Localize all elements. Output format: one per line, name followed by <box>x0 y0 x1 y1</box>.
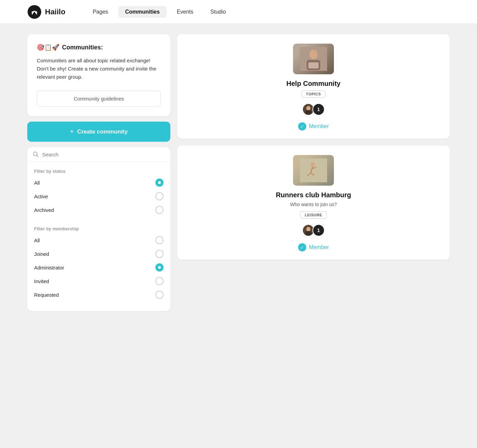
filter-status-all-label: All <box>34 180 40 186</box>
filter-membership-requested[interactable]: Requested <box>34 291 164 299</box>
svg-line-4 <box>37 155 39 157</box>
help-community-photo <box>293 44 334 74</box>
logo-text: Haiilo <box>45 7 65 16</box>
nav-pages[interactable]: Pages <box>86 6 115 18</box>
nav-events[interactable]: Events <box>170 6 200 18</box>
runners-member-status: ✓ Member <box>298 243 329 251</box>
info-card: 🎯📋🚀 Communities: Communities are all abo… <box>27 34 170 116</box>
runners-community-card[interactable]: Runners club Hamburg Who wants to join u… <box>177 145 450 260</box>
filter-membership-requested-radio[interactable] <box>155 291 164 299</box>
create-community-label: Create community <box>77 128 128 135</box>
filter-status-label: Filter by status <box>34 169 164 174</box>
filter-card: Filter by status All Active Archived Fil… <box>27 147 170 311</box>
runners-community-tag: LEISURE <box>300 211 326 219</box>
runners-community-image <box>293 155 334 186</box>
filter-membership-requested-label: Requested <box>34 292 59 298</box>
plus-icon: + <box>70 128 74 136</box>
svg-point-2 <box>35 11 37 13</box>
help-member-avatars: 1 <box>302 103 325 115</box>
left-column: 🎯📋🚀 Communities: Communities are all abo… <box>27 34 170 311</box>
filter-membership-joined-label: Joined <box>34 251 49 257</box>
filter-membership-administrator-radio[interactable] <box>155 263 164 272</box>
svg-point-1 <box>32 11 34 13</box>
svg-rect-12 <box>300 158 327 182</box>
filter-membership-all-radio[interactable] <box>155 236 164 244</box>
main-nav: Pages Communities Events Studio <box>86 6 233 18</box>
help-community-card[interactable]: Help Community TOPICS 1 ✓ Member <box>177 34 450 139</box>
logo[interactable]: Haiilo <box>27 5 65 19</box>
help-member-label: Member <box>309 123 329 129</box>
help-community-name: Help Community <box>280 80 348 88</box>
runners-member-count: 1 <box>312 224 325 236</box>
filter-status-archived-radio[interactable] <box>155 206 164 214</box>
filter-status-archived-label: Archived <box>34 207 54 213</box>
header: Haiilo Pages Communities Events Studio <box>0 0 477 24</box>
filter-membership-label: Filter by membership <box>34 226 164 231</box>
filter-membership-joined-radio[interactable] <box>155 250 164 258</box>
svg-point-6 <box>309 50 318 59</box>
filter-status-archived[interactable]: Archived <box>34 206 164 214</box>
filter-status-active[interactable]: Active <box>34 192 164 200</box>
svg-point-0 <box>28 5 41 19</box>
search-icon <box>33 151 39 157</box>
help-community-image <box>293 44 334 74</box>
filter-membership-all-label: All <box>34 237 40 243</box>
main-content: 🎯📋🚀 Communities: Communities are all abo… <box>0 24 477 321</box>
svg-rect-8 <box>308 62 319 68</box>
svg-point-19 <box>306 227 310 232</box>
filter-membership-invited-radio[interactable] <box>155 277 164 285</box>
right-column: Help Community TOPICS 1 ✓ Member <box>177 34 450 311</box>
filter-status-active-radio[interactable] <box>155 192 164 200</box>
search-box <box>27 147 170 162</box>
nav-communities[interactable]: Communities <box>118 6 166 18</box>
logo-icon <box>27 5 42 19</box>
runners-check-icon: ✓ <box>298 243 306 251</box>
runners-community-photo <box>293 155 334 186</box>
community-guidelines-button[interactable]: Community guidelines <box>37 91 161 107</box>
nav-studio[interactable]: Studio <box>204 6 233 18</box>
filter-membership-administrator[interactable]: Administrator <box>34 263 164 272</box>
header-label: Communities: <box>62 44 103 51</box>
runners-member-avatars: 1 <box>302 224 325 236</box>
filter-membership-administrator-label: Administrator <box>34 265 64 271</box>
filter-membership-joined[interactable]: Joined <box>34 250 164 258</box>
filter-membership-all[interactable]: All <box>34 236 164 244</box>
help-community-tag: TOPICS <box>302 90 325 98</box>
search-input[interactable] <box>42 152 165 157</box>
runners-community-name: Runners club Hamburg <box>269 191 358 199</box>
filter-membership-invited-label: Invited <box>34 278 49 284</box>
filter-status-all-radio[interactable] <box>155 179 164 187</box>
info-card-header: 🎯📋🚀 Communities: <box>37 44 161 51</box>
svg-point-13 <box>311 163 315 167</box>
filter-status-active-label: Active <box>34 194 48 199</box>
help-member-status: ✓ Member <box>298 122 329 130</box>
help-check-icon: ✓ <box>298 122 306 130</box>
runners-community-subtitle: Who wants to join us? <box>290 202 337 207</box>
info-card-body: Communities are all about topic related … <box>37 57 161 81</box>
create-community-button[interactable]: + Create community <box>27 122 170 142</box>
help-member-count: 1 <box>312 103 325 115</box>
filter-status-all[interactable]: All <box>34 179 164 187</box>
filter-status-section: Filter by status All Active Archived <box>27 162 170 214</box>
header-icons: 🎯📋🚀 <box>37 44 59 51</box>
filter-membership-section: Filter by membership All Joined Administ… <box>27 219 170 311</box>
filter-membership-invited[interactable]: Invited <box>34 277 164 285</box>
runners-member-label: Member <box>309 244 329 250</box>
svg-point-10 <box>306 106 310 111</box>
